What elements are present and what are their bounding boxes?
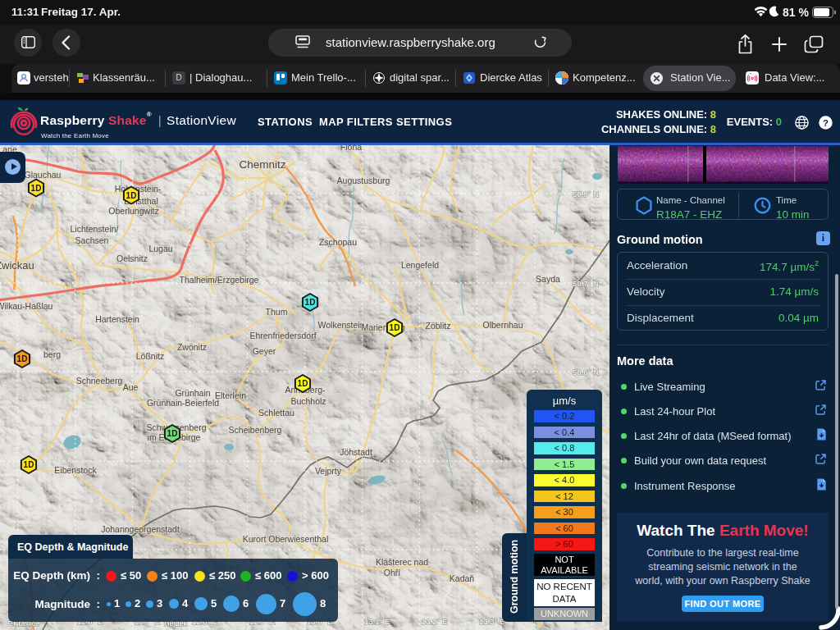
svg-text:Olbernhau: Olbernhau bbox=[482, 320, 523, 330]
svg-text:Sayda: Sayda bbox=[536, 274, 560, 284]
svg-text:Eibenstock: Eibenstock bbox=[54, 465, 97, 475]
svg-text:Augustusburg: Augustusburg bbox=[337, 176, 390, 185]
svg-text:Lichtenstein/: Lichtenstein/ bbox=[71, 224, 119, 234]
svg-text:13.1° E: 13.1° E bbox=[364, 617, 390, 626]
svg-text:Kadaň: Kadaň bbox=[450, 573, 475, 583]
svg-text:Oberlungwitz: Oberlungwitz bbox=[108, 206, 158, 216]
svg-text:berg: berg bbox=[43, 349, 61, 359]
svg-text:Lößnitz: Lößnitz bbox=[136, 351, 164, 361]
svg-text:Lugau: Lugau bbox=[148, 244, 172, 253]
svg-text:Klášterec nad: Klášterec nad bbox=[376, 557, 428, 567]
svg-text:Thum: Thum bbox=[266, 307, 288, 317]
svg-text:?: ? bbox=[823, 118, 829, 128]
svg-text:Kurort Oberwiesenthal: Kurort Oberwiesenthal bbox=[243, 534, 328, 544]
svg-text:13.2° E: 13.2° E bbox=[422, 617, 447, 626]
svg-text:Flöha: Flöha bbox=[340, 145, 362, 152]
svg-text:Lengefeld: Lengefeld bbox=[401, 260, 439, 270]
svg-text:Oelsnitz: Oelsnitz bbox=[116, 253, 148, 263]
svg-text:Grünhain-Beierfeld: Grünhain-Beierfeld bbox=[147, 398, 219, 408]
svg-text:13.3° E: 13.3° E bbox=[479, 617, 504, 626]
svg-text:50.8° N: 50.8° N bbox=[573, 189, 599, 199]
svg-text:Ohří: Ohří bbox=[384, 568, 401, 578]
svg-text:Schneeberg: Schneeberg bbox=[76, 376, 123, 386]
svg-text:Wilkau-Haßlau: Wilkau-Haßlau bbox=[0, 301, 53, 311]
svg-text:50.7° N: 50.7° N bbox=[573, 279, 599, 288]
svg-text:Chemnitz: Chemnitz bbox=[239, 158, 285, 171]
svg-text:Vejprty: Vejprty bbox=[315, 466, 342, 476]
svg-text:Jöhstadt: Jöhstadt bbox=[340, 447, 372, 457]
svg-text:Ehrenfriedersdorf: Ehrenfriedersdorf bbox=[249, 331, 316, 340]
svg-text:Zschopau: Zschopau bbox=[319, 237, 357, 247]
svg-text:Grünhain: Grünhain bbox=[175, 388, 210, 398]
svg-text:Glauchau: Glauchau bbox=[25, 170, 62, 180]
svg-text:Aue: Aue bbox=[123, 382, 139, 392]
svg-text:Hartenstein: Hartenstein bbox=[95, 314, 139, 324]
svg-text:Sachsen: Sachsen bbox=[75, 235, 109, 245]
svg-text:50.6° N: 50.6° N bbox=[573, 368, 599, 377]
svg-text:Elterlein: Elterlein bbox=[215, 390, 246, 400]
svg-text:Schlettau: Schlettau bbox=[258, 408, 294, 418]
svg-text:Wolkenstein: Wolkenstein bbox=[317, 320, 364, 330]
svg-text:Johanngeorgenstadt: Johanngeorgenstadt bbox=[101, 524, 180, 534]
svg-text:Zöblitz: Zöblitz bbox=[426, 321, 451, 331]
svg-text:Zwönitz: Zwönitz bbox=[177, 342, 207, 352]
svg-text:Geyer: Geyer bbox=[253, 346, 276, 356]
svg-text:Buchholz: Buchholz bbox=[290, 396, 326, 406]
svg-text:Thalheim/Erzgebirge: Thalheim/Erzgebirge bbox=[180, 275, 259, 285]
svg-text:Scheibenberg: Scheibenberg bbox=[229, 425, 282, 435]
svg-text:Zwickau: Zwickau bbox=[0, 259, 34, 272]
